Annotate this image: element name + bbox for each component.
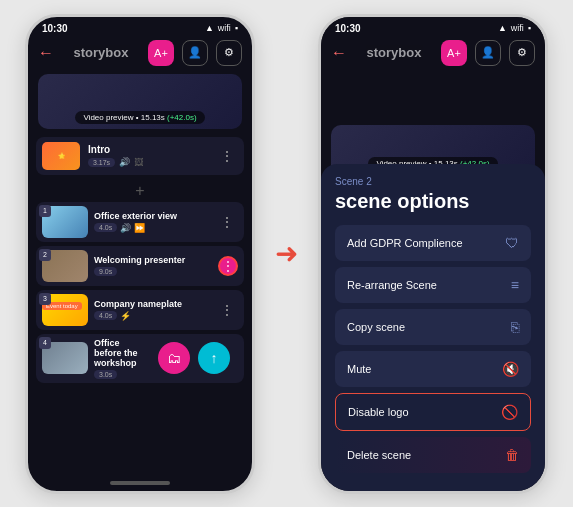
option-delete-scene[interactable]: Delete scene 🗑 <box>335 437 531 473</box>
back-button-left[interactable]: ← <box>38 44 54 62</box>
storyboard-button[interactable]: 🗂 <box>158 342 190 374</box>
status-icons-right: ▲ wifi ▪ <box>498 23 531 33</box>
storybox-title-left: storybox <box>74 45 129 60</box>
signal-icon: ▲ <box>205 23 214 33</box>
copy-icon: ⎘ <box>511 319 519 335</box>
option-label-rearrange: Re-arrange Scene <box>347 279 437 291</box>
add-between-intro-1[interactable]: + <box>36 180 244 202</box>
signal-icon-right: ▲ <box>498 23 507 33</box>
scene-number-1: 1 <box>39 205 51 217</box>
wifi-icon: wifi <box>218 23 231 33</box>
intro-info: Intro 3.17s 🔊 🖼 <box>88 144 208 167</box>
scene-time-1: 4.0s <box>94 223 117 232</box>
upload-button[interactable]: ↑ <box>198 342 230 374</box>
scene-1-more-button[interactable]: ⋮ <box>216 212 238 232</box>
users-button[interactable]: 👤 <box>182 40 208 66</box>
scene-item-3[interactable]: 3 Event today Company nameplate 4.0s ⚡ ⋮ <box>36 290 244 330</box>
scene-info-4: Office before the workshop 3.0s <box>94 338 144 379</box>
intro-icon-1: 🔊 <box>119 157 130 167</box>
status-icons: ▲ wifi ▪ <box>205 23 238 33</box>
scene-label: Scene 2 <box>335 176 531 187</box>
scene-meta-2: 9.0s <box>94 267 212 276</box>
status-bar-right: 10:30 ▲ wifi ▪ <box>321 17 545 36</box>
intro-item[interactable]: ⭐ Intro 3.17s 🔊 🖼 ⋮ <box>36 137 244 175</box>
add-scene-button[interactable]: A+ <box>148 40 174 66</box>
scene-number-4: 4 <box>39 337 51 349</box>
option-add-gdpr[interactable]: Add GDPR Complience 🛡 <box>335 225 531 261</box>
storybox-title-right: storybox <box>367 45 422 60</box>
time-display: 10:30 <box>42 23 68 34</box>
nav-icons-right: A+ 👤 ⚙ <box>441 40 535 66</box>
scene-meta-4: 3.0s <box>94 370 144 379</box>
option-copy-scene[interactable]: Copy scene ⎘ <box>335 309 531 345</box>
intro-icon-2: 🖼 <box>134 157 143 167</box>
scene-title-4: Office before the workshop <box>94 338 144 368</box>
users-button-right[interactable]: 👤 <box>475 40 501 66</box>
scene-title-3: Company nameplate <box>94 299 210 309</box>
intro-more-button[interactable]: ⋮ <box>216 146 238 166</box>
scene-item-2[interactable]: 2 Welcoming presenter 9.0s ⋮ <box>36 246 244 286</box>
scene-list-left: ⭐ Intro 3.17s 🔊 🖼 ⋮ + 1 Office exterior … <box>28 133 252 391</box>
option-label-mute: Mute <box>347 363 371 375</box>
scene-number-3: 3 <box>39 293 51 305</box>
scene-meta-3: 4.0s ⚡ <box>94 311 210 321</box>
mute-icon: 🔇 <box>502 361 519 377</box>
option-label-copy: Copy scene <box>347 321 405 333</box>
back-button-right[interactable]: ← <box>331 44 347 62</box>
settings-button[interactable]: ⚙ <box>216 40 242 66</box>
home-indicator-left <box>110 481 170 485</box>
intro-thumb: ⭐ <box>42 142 80 170</box>
right-phone: 10:30 ▲ wifi ▪ ← storybox A+ 👤 ⚙ Video p… <box>318 14 548 494</box>
disable-logo-icon: 🚫 <box>501 404 518 420</box>
wifi-icon-right: wifi <box>511 23 524 33</box>
rearrange-icon: ≡ <box>511 277 519 293</box>
scene-1-icon-2: ⏩ <box>134 223 145 233</box>
settings-button-right[interactable]: ⚙ <box>509 40 535 66</box>
scene-item-4[interactable]: 4 Office before the workshop 3.0s 🗂 ↑ <box>36 334 244 383</box>
bottom-actions: 🗂 ↑ <box>150 338 238 378</box>
time-display-right: 10:30 <box>335 23 361 34</box>
scene-item-1[interactable]: 1 Office exterior view 4.0s 🔊 ⏩ ⋮ <box>36 202 244 242</box>
video-preview-left[interactable]: Video preview • 15.13s (+42.0s) <box>38 74 242 129</box>
scene-1-icon-1: 🔊 <box>120 223 131 233</box>
intro-title: Intro <box>88 144 208 155</box>
scene-3-more-button[interactable]: ⋮ <box>216 300 238 320</box>
scene-3-icon: ⚡ <box>120 311 131 321</box>
intro-meta: 3.17s 🔊 🖼 <box>88 157 208 167</box>
option-label-gdpr: Add GDPR Complience <box>347 237 463 249</box>
video-time-delta: (+42.0s) <box>167 113 197 122</box>
scene-info-1: Office exterior view 4.0s 🔊 ⏩ <box>94 211 210 233</box>
nav-icons-left: A+ 👤 ⚙ <box>148 40 242 66</box>
scene-time-3: 4.0s <box>94 311 117 320</box>
status-bar-left: 10:30 ▲ wifi ▪ <box>28 17 252 36</box>
option-label-disable-logo: Disable logo <box>348 406 409 418</box>
option-label-delete: Delete scene <box>347 449 411 461</box>
option-mute[interactable]: Mute 🔇 <box>335 351 531 387</box>
scene-info-2: Welcoming presenter 9.0s <box>94 255 212 276</box>
intro-thumb-label: ⭐ <box>58 152 65 159</box>
scene-info-3: Company nameplate 4.0s ⚡ <box>94 299 210 321</box>
scene-options-title: scene options <box>335 190 531 213</box>
direction-arrow: ➜ <box>275 237 298 270</box>
video-preview-label-left: Video preview • 15.13s (+42.0s) <box>75 111 204 124</box>
option-rearrange[interactable]: Re-arrange Scene ≡ <box>335 267 531 303</box>
shield-icon: 🛡 <box>505 235 519 251</box>
left-phone: 10:30 ▲ wifi ▪ ← storybox A+ 👤 ⚙ Video p… <box>25 14 255 494</box>
scene-options-overlay: Scene 2 scene options Add GDPR Complienc… <box>321 164 545 491</box>
intro-time: 3.17s <box>88 158 115 167</box>
battery-icon: ▪ <box>235 23 238 33</box>
option-disable-logo[interactable]: Disable logo 🚫 <box>335 393 531 431</box>
arrow-container: ➜ <box>275 237 298 270</box>
scene-2-more-button[interactable]: ⋮ <box>218 256 238 276</box>
top-nav-right: ← storybox A+ 👤 ⚙ <box>321 36 545 70</box>
delete-icon: 🗑 <box>505 447 519 463</box>
scene-meta-1: 4.0s 🔊 ⏩ <box>94 223 210 233</box>
top-nav-left: ← storybox A+ 👤 ⚙ <box>28 36 252 70</box>
battery-icon-right: ▪ <box>528 23 531 33</box>
scene-title-2: Welcoming presenter <box>94 255 212 265</box>
scene-time-2: 9.0s <box>94 267 117 276</box>
add-scene-button-right[interactable]: A+ <box>441 40 467 66</box>
scene-time-4: 3.0s <box>94 370 117 379</box>
scene-number-2: 2 <box>39 249 51 261</box>
scene-title-1: Office exterior view <box>94 211 210 221</box>
